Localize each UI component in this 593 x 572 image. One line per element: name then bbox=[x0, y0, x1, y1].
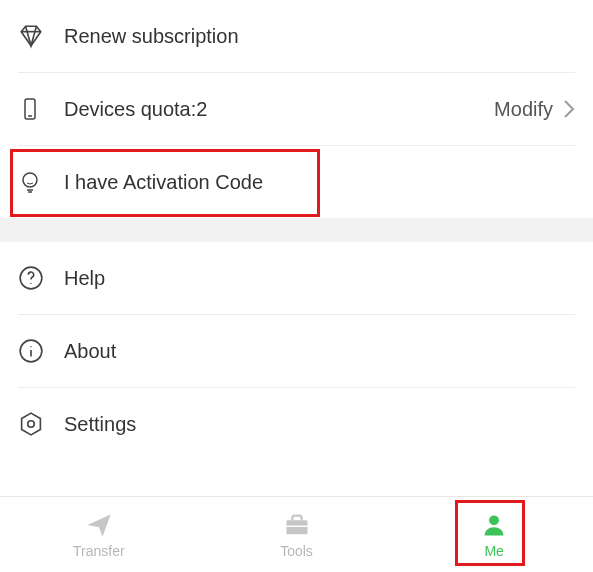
row-label: I have Activation Code bbox=[64, 171, 575, 194]
settings-icon bbox=[18, 411, 50, 437]
svg-point-14 bbox=[489, 515, 499, 525]
svg-marker-10 bbox=[22, 413, 41, 435]
row-label: Devices quota:2 bbox=[64, 98, 494, 121]
nav-label: Tools bbox=[280, 543, 313, 559]
row-settings[interactable]: Settings bbox=[0, 388, 593, 460]
svg-point-2 bbox=[23, 173, 37, 187]
nav-label: Me bbox=[484, 543, 503, 559]
send-icon bbox=[85, 511, 113, 539]
row-label: About bbox=[64, 340, 575, 363]
diamond-icon bbox=[18, 23, 50, 49]
row-label: Renew subscription bbox=[64, 25, 575, 48]
modify-text: Modify bbox=[494, 98, 553, 121]
nav-me[interactable]: Me bbox=[395, 497, 593, 572]
svg-point-8 bbox=[30, 346, 31, 347]
toolbox-icon bbox=[283, 511, 311, 539]
svg-rect-13 bbox=[286, 525, 307, 526]
row-label: Help bbox=[64, 267, 575, 290]
row-help[interactable]: Help bbox=[0, 242, 593, 314]
row-renew-subscription[interactable]: Renew subscription bbox=[0, 0, 593, 72]
row-devices-quota[interactable]: Devices quota:2 Modify bbox=[0, 73, 593, 145]
device-icon bbox=[18, 96, 50, 122]
row-about[interactable]: About bbox=[0, 315, 593, 387]
row-trail: Modify bbox=[494, 98, 575, 121]
row-label: Settings bbox=[64, 413, 575, 436]
info-icon bbox=[18, 338, 50, 364]
svg-point-6 bbox=[30, 283, 31, 284]
row-activation-code[interactable]: I have Activation Code bbox=[0, 146, 593, 218]
person-icon bbox=[480, 511, 508, 539]
nav-tools[interactable]: Tools bbox=[198, 497, 396, 572]
bulb-icon bbox=[18, 169, 50, 195]
help-icon bbox=[18, 265, 50, 291]
bottom-nav: Transfer Tools Me bbox=[0, 496, 593, 572]
chevron-right-icon bbox=[563, 99, 575, 119]
svg-rect-12 bbox=[286, 520, 307, 534]
nav-label: Transfer bbox=[73, 543, 125, 559]
section-gap bbox=[0, 218, 593, 242]
nav-transfer[interactable]: Transfer bbox=[0, 497, 198, 572]
svg-point-11 bbox=[28, 421, 35, 428]
